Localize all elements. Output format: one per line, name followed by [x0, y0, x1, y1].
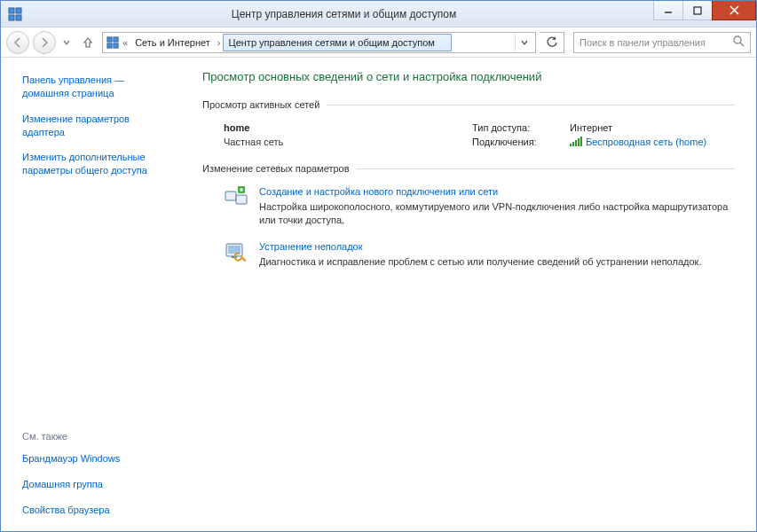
up-button[interactable] — [77, 32, 99, 53]
address-dropdown[interactable] — [515, 33, 533, 52]
section-active-networks-label: Просмотр активных сетей — [202, 99, 319, 110]
back-button[interactable] — [6, 31, 29, 54]
toolbar: « Сеть и Интернет › Центр управления сет… — [1, 27, 756, 58]
svg-rect-10 — [107, 43, 112, 47]
svg-line-13 — [740, 43, 744, 46]
page-title: Просмотр основных сведений о сети и наст… — [202, 70, 735, 83]
minimize-button[interactable] — [653, 1, 683, 20]
sidebar-link-homegroup[interactable]: Домашняя группа — [22, 478, 174, 491]
section-change-settings: Изменение сетевых параметров — [202, 163, 735, 174]
svg-rect-14 — [225, 192, 236, 200]
network-type: Частная сеть — [224, 137, 472, 147]
connection-link[interactable]: Беспроводная сеть (home) — [586, 137, 706, 147]
sidebar-link-internet-options[interactable]: Свойства браузера — [22, 504, 174, 517]
svg-rect-15 — [236, 195, 247, 204]
window-root: Центр управления сетями и общим доступом — [0, 0, 757, 532]
svg-point-12 — [734, 36, 741, 43]
network-center-icon — [105, 36, 121, 49]
svg-rect-11 — [114, 43, 118, 47]
window-controls — [654, 1, 756, 20]
close-button[interactable] — [712, 1, 756, 20]
address-bar[interactable]: « Сеть и Интернет › Центр управления сет… — [102, 32, 536, 53]
access-label: Тип доступа: — [472, 122, 570, 133]
network-entry: home Частная сеть Тип доступа: Интернет … — [224, 122, 735, 147]
history-dropdown[interactable] — [59, 33, 74, 52]
chevron-left-icon[interactable]: « — [121, 33, 130, 52]
content-area: Панель управления — домашняя страница Из… — [1, 58, 756, 531]
new-connection-icon — [224, 186, 248, 207]
breadcrumb-current[interactable]: Центр управления сетями и общим доступом — [223, 34, 452, 51]
maximize-button[interactable] — [682, 1, 713, 20]
divider — [327, 105, 735, 106]
sidebar-link-sharing[interactable]: Изменить дополнительные параметры общего… — [22, 151, 174, 177]
network-center-icon — [8, 7, 22, 21]
sidebar: Панель управления — домашняя страница Из… — [1, 58, 185, 531]
forward-button[interactable] — [33, 31, 56, 54]
divider — [357, 168, 735, 169]
connections-label: Подключения: — [472, 137, 570, 147]
svg-rect-3 — [16, 15, 21, 20]
refresh-button[interactable] — [540, 32, 564, 53]
search-icon — [733, 35, 745, 49]
main-panel: Просмотр основных сведений о сети и наст… — [185, 58, 756, 531]
seealso-header: См. также — [22, 431, 174, 442]
signal-bars-icon — [570, 137, 582, 146]
section-active-networks: Просмотр активных сетей — [202, 99, 735, 110]
task-new-connection-link[interactable]: Создание и настройка нового подключения … — [259, 186, 735, 197]
task-troubleshoot: Устранение неполадок Диагностика и испра… — [224, 241, 735, 269]
svg-rect-1 — [16, 8, 21, 13]
task-new-connection: Создание и настройка нового подключения … — [224, 186, 735, 227]
active-networks-body: home Частная сеть Тип доступа: Интернет … — [202, 122, 735, 163]
chevron-right-icon: › — [216, 33, 223, 52]
network-name: home — [224, 122, 472, 133]
change-settings-body: Создание и настройка нового подключения … — [202, 186, 735, 299]
titlebar[interactable]: Центр управления сетями и общим доступом — [1, 1, 756, 27]
search-box[interactable] — [573, 32, 751, 53]
breadcrumb-network[interactable]: Сеть и Интернет — [130, 33, 216, 52]
access-value: Интернет — [570, 122, 735, 133]
svg-rect-20 — [228, 246, 241, 254]
search-input[interactable] — [580, 37, 733, 48]
connections-value: Беспроводная сеть (home) — [570, 137, 735, 147]
sidebar-link-home[interactable]: Панель управления — домашняя страница — [22, 74, 174, 100]
troubleshoot-icon — [224, 241, 248, 262]
task-new-connection-desc: Настройка широкополосного, коммутируемог… — [259, 200, 735, 227]
task-troubleshoot-link[interactable]: Устранение неполадок — [259, 241, 735, 252]
sidebar-link-adapter[interactable]: Изменение параметров адаптера — [22, 113, 174, 139]
window-title: Центр управления сетями и общим доступом — [29, 8, 658, 20]
svg-rect-8 — [107, 36, 112, 41]
section-change-settings-label: Изменение сетевых параметров — [202, 163, 350, 174]
svg-rect-2 — [9, 15, 14, 20]
task-troubleshoot-desc: Диагностика и исправление проблем с сеть… — [259, 255, 735, 269]
svg-rect-5 — [694, 7, 701, 14]
svg-rect-9 — [114, 36, 118, 41]
sidebar-link-firewall[interactable]: Брандмауэр Windows — [22, 452, 174, 466]
svg-rect-0 — [9, 8, 14, 13]
